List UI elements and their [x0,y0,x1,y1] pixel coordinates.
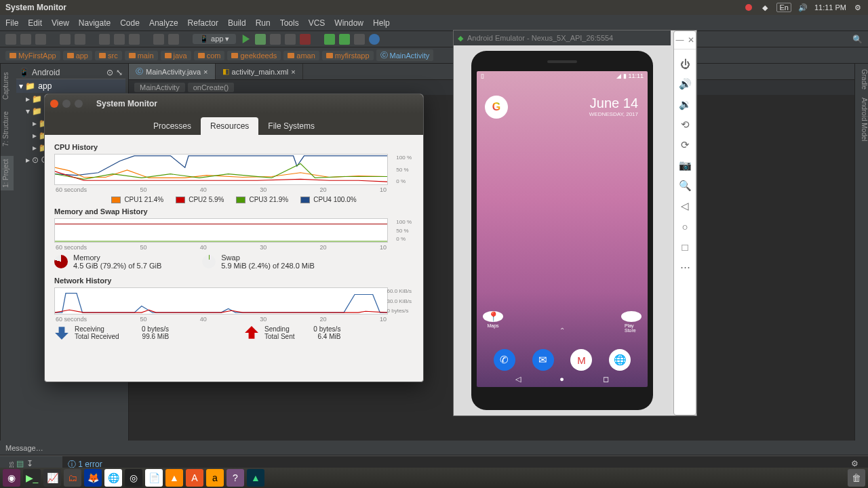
volume-down-icon[interactable]: 🔉 [679,98,691,110]
tab-captures[interactable]: Captures [1,69,14,102]
debug-icon[interactable] [255,34,266,45]
tree-root[interactable]: ▾ 📁 app [16,79,125,93]
close-icon[interactable]: × [291,68,295,76]
volume-up-icon[interactable]: 🔊 [679,78,691,90]
tab-android-model[interactable]: Android Model [855,98,868,141]
home-icon[interactable]: ○ [679,220,691,232]
bc-geekdeeds[interactable]: geekdeeds [227,51,281,60]
firefox-icon[interactable]: 🦊 [84,469,102,487]
menu-vcs[interactable]: VCS [309,18,326,28]
profile-icon[interactable] [270,34,281,45]
menu-build[interactable]: Build [228,18,246,28]
android-studio-icon[interactable]: ▲ [247,469,264,487]
rotate-right-icon[interactable]: ⟳ [679,139,691,151]
dash-icon[interactable]: ◉ [3,469,20,487]
gmail-app-icon[interactable]: M [570,349,592,371]
menu-refactor[interactable]: Refactor [188,18,218,28]
app-drawer-handle[interactable]: ⌃ [559,327,565,334]
menu-code[interactable]: Code [120,18,140,28]
libreoffice-icon[interactable]: 📄 [145,469,163,487]
sysmon-title-bar[interactable]: System Monitor [45,94,423,113]
tab-mainactivity[interactable]: ⓒMainActivity.java × [129,64,216,79]
obs-icon[interactable]: ◎ [125,469,142,487]
bc-myfirstapp[interactable]: myfirstapp [322,51,374,60]
bc-app[interactable]: app [63,51,92,60]
date-widget[interactable]: June 14 WEDNESDAY, 2017 [589,96,638,117]
tree-settings-icon[interactable]: ⊙ [106,68,113,77]
files-icon[interactable]: 🗂 [64,469,81,487]
back-button[interactable]: ◁ [515,375,521,384]
software-icon[interactable]: A [186,469,203,487]
minimize-icon[interactable] [62,100,71,108]
structure-icon[interactable] [354,34,365,45]
emulator-title-bar[interactable]: ◆ Android Emulator - Nexus_5X_API_26:555… [454,30,671,45]
menu-navigate[interactable]: Navigate [79,18,111,28]
stop-icon[interactable] [300,34,311,45]
maximize-icon[interactable] [75,100,83,108]
menu-analyze[interactable]: Analyze [149,18,178,28]
bc-aman[interactable]: aman [283,51,319,60]
tab-filesystems[interactable]: File Systems [258,117,324,135]
tab-structure[interactable]: 7: Structure [1,109,14,150]
overview-icon[interactable]: □ [679,241,691,253]
msg-header-label[interactable]: Message… [5,444,43,452]
recents-button[interactable]: ◻ [603,375,609,384]
back-icon[interactable]: ◁ [679,200,691,212]
back-icon[interactable] [153,34,164,45]
sdk-icon[interactable] [339,34,350,45]
chrome-icon[interactable]: 🌐 [104,469,122,487]
power-icon[interactable]: ⏻ [679,58,691,70]
menu-run[interactable]: Run [256,18,271,28]
avd-icon[interactable] [324,34,335,45]
close-icon[interactable]: × [203,68,208,76]
home-button[interactable]: ● [559,375,564,383]
phone-app-icon[interactable]: ✆ [494,349,515,371]
terminal-icon[interactable]: ▶_ [23,469,41,487]
tab-activity-xml[interactable]: ◧activity_main.xml × [216,64,303,79]
help-icon[interactable]: ? [226,469,244,487]
menu-help[interactable]: Help [373,18,390,28]
bc-main[interactable]: main [125,51,158,60]
bc-java[interactable]: java [161,51,191,60]
clock[interactable]: 11:11 PM [814,3,846,12]
search-icon[interactable]: 🔍 [852,35,863,44]
trash-icon[interactable]: 🗑 [848,469,865,487]
crumb-method[interactable]: onCreate() [188,83,235,92]
sysmon-icon[interactable]: 📈 [43,469,61,487]
app-playstore[interactable]: ▶Play Store [625,311,638,325]
save-icon[interactable] [20,34,31,45]
tab-resources[interactable]: Resources [201,117,258,135]
volume-icon[interactable]: 🔊 [798,3,808,12]
wifi-icon[interactable]: ◆ [760,3,770,12]
close-icon[interactable]: ✕ [688,35,694,45]
export-icon[interactable]: ↧ [26,459,33,468]
menu-tools[interactable]: Tools [280,18,299,28]
messages-app-icon[interactable]: ✉ [532,349,554,371]
tree-collapse-icon[interactable]: ⤡ [116,68,123,77]
android-view-icon[interactable]: 📱 [19,68,29,77]
app-maps[interactable]: 📍Maps [486,311,500,325]
sync-icon[interactable] [35,34,46,45]
bc-com[interactable]: com [194,51,225,60]
screenshot-icon[interactable]: 📷 [679,159,691,171]
crumb-class[interactable]: MainActivity [134,83,185,92]
close-icon[interactable] [50,100,58,108]
menu-window[interactable]: Window [334,18,363,28]
open-icon[interactable] [5,34,16,45]
bc-src[interactable]: src [95,51,122,60]
vlc-icon[interactable]: ▲ [165,469,183,487]
chrome-app-icon[interactable]: 🌐 [609,349,631,371]
menu-edit[interactable]: Edit [28,18,42,28]
undo-icon[interactable] [60,34,71,45]
cut-icon[interactable] [99,34,110,45]
filter-icon[interactable]: ▤ [16,459,24,468]
paste-icon[interactable] [129,34,140,45]
run-icon[interactable] [240,34,251,45]
forward-icon[interactable] [168,34,179,45]
bc-project[interactable]: MyFirstApp [5,51,60,60]
minimize-icon[interactable]: — [676,35,684,45]
copy-icon[interactable] [114,34,125,45]
menu-file[interactable]: File [5,18,18,28]
phone-screen[interactable]: ▯ ◢ ▮ 11:11 G June 14 WEDNESDAY, 2017 📍M… [477,71,648,387]
tab-project[interactable]: 1: Project [1,156,14,190]
